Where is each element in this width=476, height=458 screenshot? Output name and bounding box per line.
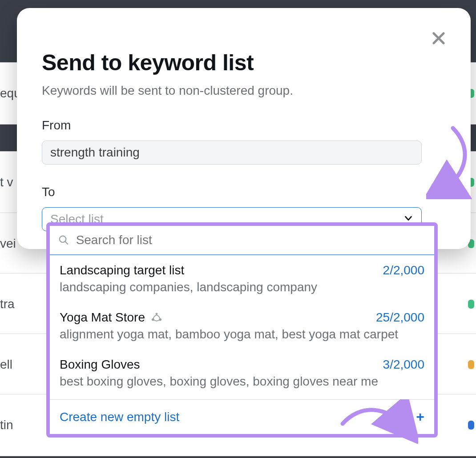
create-new-list-button[interactable]: Create new empty list +	[50, 400, 434, 434]
list-dropdown: Landscaping target list2/2,000landscapin…	[46, 222, 438, 438]
send-to-keyword-list-modal: Send to keyword list Keywords will be se…	[17, 8, 471, 249]
list-item[interactable]: Landscaping target list2/2,000landscapin…	[50, 255, 434, 302]
row-text-fragment: tin	[0, 418, 13, 432]
row-text-fragment: ell	[0, 358, 12, 372]
from-input[interactable]: strength training	[42, 141, 422, 165]
list-item-desc: best boxing gloves, boxing gloves, boxin…	[60, 374, 424, 389]
list-item-name: Landscaping target list	[60, 263, 184, 277]
status-badge	[468, 300, 474, 309]
modal-backdrop: equt vveitraelltin Send to keyword list …	[0, 0, 476, 458]
list-item-count: 3/2,000	[383, 358, 424, 372]
from-value: strength training	[50, 145, 140, 160]
close-icon	[430, 30, 447, 47]
list-item[interactable]: Boxing Gloves3/2,000best boxing gloves, …	[50, 350, 434, 397]
dropdown-search-row	[50, 226, 434, 255]
list-item-desc: alignment yoga mat, bamboo yoga mat, bes…	[60, 327, 424, 341]
modal-subtitle: Keywords will be sent to non-clustered g…	[42, 84, 446, 98]
shared-icon	[150, 311, 163, 324]
from-label: From	[42, 118, 446, 133]
list-item[interactable]: Yoga Mat Store25/2,000alignment yoga mat…	[50, 302, 434, 350]
list-item-name: Yoga Mat Store	[60, 310, 163, 325]
list-item-count: 2/2,000	[383, 263, 424, 277]
row-text-fragment: t v	[0, 175, 13, 189]
plus-icon: +	[416, 409, 424, 425]
search-icon	[58, 234, 70, 246]
status-badge	[468, 421, 474, 430]
close-button[interactable]	[426, 26, 451, 51]
modal-title: Send to keyword list	[42, 50, 446, 76]
dropdown-search-input[interactable]	[76, 233, 426, 247]
row-text-fragment: vei	[0, 237, 16, 251]
status-badge	[468, 360, 474, 369]
row-text-fragment: tra	[0, 297, 15, 311]
list-item-count: 25/2,000	[376, 310, 424, 325]
to-label: To	[42, 185, 446, 199]
list-item-name: Boxing Gloves	[60, 358, 140, 372]
list-item-desc: landscaping companies, landscaping compa…	[60, 280, 424, 294]
dropdown-list: Landscaping target list2/2,000landscapin…	[50, 255, 434, 397]
create-new-list-label: Create new empty list	[60, 410, 179, 424]
